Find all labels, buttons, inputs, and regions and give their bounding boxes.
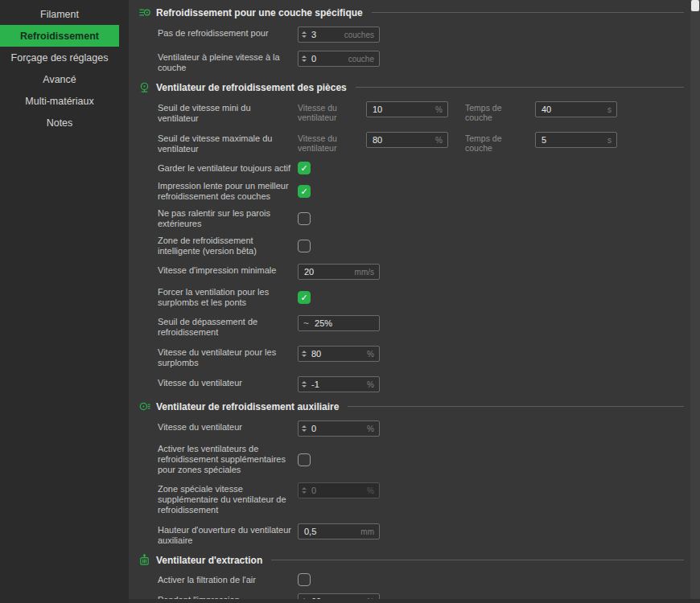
input-value: 0 bbox=[311, 54, 316, 64]
input-unit: s bbox=[607, 136, 611, 145]
input-value: 20 bbox=[304, 267, 314, 277]
setting-row: Activer la filtration de l'air bbox=[158, 573, 679, 586]
input-value: 0,5 bbox=[304, 527, 316, 536]
input-value: 3 bbox=[311, 30, 316, 39]
input-unit: mm bbox=[360, 527, 374, 536]
section-title: Refroidissement pour une couche spécifiq… bbox=[156, 7, 363, 18]
setting-row: Vitesse du ventilateur pour les surplomb… bbox=[158, 345, 679, 368]
input-value: 60 bbox=[311, 597, 321, 603]
fan-speed-input[interactable]: -1 % bbox=[298, 376, 380, 392]
input-value: 10 bbox=[373, 105, 382, 114]
min-print-speed-input[interactable]: 20 mm/s bbox=[298, 264, 380, 280]
input-unit: % bbox=[367, 597, 374, 603]
full-fan-speed-layer-input[interactable]: 0 couche bbox=[298, 51, 380, 67]
sidebar-item-filament[interactable]: Filament bbox=[0, 3, 119, 25]
setting-row: Pendant l'impression 60 % bbox=[158, 593, 679, 603]
section-title: Ventilateur de refroidissement auxiliair… bbox=[156, 401, 339, 412]
vertical-scrollbar[interactable] bbox=[690, 0, 700, 603]
section-header-exhaust-fan: Ventilateur d'extraction bbox=[138, 554, 684, 566]
min-fan-speed-input[interactable]: 10 % bbox=[366, 101, 448, 117]
input-unit: % bbox=[435, 105, 443, 114]
spinner-arrows-icon[interactable] bbox=[299, 377, 309, 392]
setting-row: Garder le ventilateur toujours actif bbox=[158, 162, 679, 174]
enable-extra-cooling-fans-checkbox[interactable] bbox=[298, 453, 311, 466]
sub-label: Temps de couche bbox=[465, 100, 529, 122]
max-fan-layer-time-input[interactable]: 5 s bbox=[535, 132, 617, 148]
sub-label: Temps de couche bbox=[465, 131, 529, 153]
section-title: Ventilateur de refroidissement des pièce… bbox=[156, 82, 347, 93]
enable-air-filtration-checkbox[interactable] bbox=[298, 573, 311, 586]
spinner-arrows-icon[interactable] bbox=[299, 51, 309, 66]
spinner-arrows-icon[interactable] bbox=[299, 594, 309, 603]
sidebar-item-multi-materiaux[interactable]: Multi-matériaux bbox=[0, 90, 119, 112]
spinner-arrows-icon[interactable] bbox=[299, 27, 309, 42]
setting-label: Seuil de dépassement de refroidissement bbox=[158, 314, 298, 338]
input-value: 25% bbox=[315, 318, 332, 328]
setting-row: Seuil de vitesse mini du ventilateur Vit… bbox=[158, 100, 679, 124]
spinner-arrows-icon[interactable] bbox=[299, 421, 309, 436]
aux-fan-start-height-input[interactable]: 0,5 mm bbox=[298, 523, 380, 539]
input-unit: % bbox=[367, 350, 374, 359]
setting-row: Impression lente pour un meilleur refroi… bbox=[158, 181, 679, 202]
setting-row: Seuil de vitesse maximale du ventilateur… bbox=[158, 131, 679, 154]
scrollbar-thumb[interactable] bbox=[691, 0, 699, 11]
setting-label: Vitesse du ventilateur bbox=[158, 420, 298, 433]
setting-label: Activer les ventilateurs de refroidissem… bbox=[158, 444, 298, 475]
dont-slow-outer-walls-checkbox[interactable] bbox=[298, 212, 311, 225]
part-fan-icon bbox=[138, 81, 150, 93]
input-unit: % bbox=[367, 486, 374, 495]
sidebar-item-refroidissement[interactable]: Refroidissement bbox=[0, 25, 119, 47]
smart-cooling-zone-checkbox[interactable] bbox=[298, 240, 311, 252]
spinner-arrows-icon bbox=[299, 483, 309, 498]
input-value: 80 bbox=[373, 135, 382, 145]
setting-label: Seuil de vitesse maximale du ventilateur bbox=[158, 131, 298, 154]
sidebar-item-forcage-des-reglages[interactable]: Forçage des réglages bbox=[0, 47, 119, 68]
force-fan-overhangs-bridges-checkbox[interactable] bbox=[298, 291, 311, 304]
setting-row: Seuil de dépassement de refroidissement … bbox=[158, 314, 679, 338]
slow-printing-for-cooling-checkbox[interactable] bbox=[298, 185, 311, 198]
input-unit: couches bbox=[344, 31, 374, 39]
setting-label: Activer la filtration de l'air bbox=[158, 575, 298, 585]
input-unit: % bbox=[367, 425, 374, 433]
spinner-arrows-icon[interactable] bbox=[299, 347, 309, 361]
setting-label: Pendant l'impression bbox=[158, 593, 298, 603]
keep-fan-always-on-checkbox[interactable] bbox=[298, 162, 311, 174]
input-value: 5 bbox=[541, 135, 546, 145]
section-divider bbox=[356, 87, 684, 88]
section-header-layer-specific-cooling: Refroidissement pour une couche spécifiq… bbox=[138, 6, 684, 18]
setting-label: Ne pas ralentir sur les parois extérieur… bbox=[158, 208, 298, 229]
slider-handle-icon: ~ bbox=[303, 318, 309, 328]
special-zone-extra-fan-speed-input: 0 % bbox=[298, 482, 380, 498]
setting-label: Zone spéciale vitesse supplémentaire du … bbox=[158, 482, 298, 515]
setting-row: Zone spéciale vitesse supplémentaire du … bbox=[158, 482, 679, 515]
setting-label: Ventilateur à pleine vitesse à la couche bbox=[158, 50, 298, 73]
input-unit: mm/s bbox=[355, 268, 374, 277]
setting-row: Ne pas ralentir sur les parois extérieur… bbox=[158, 208, 679, 229]
cooling-overhang-threshold-input[interactable]: ~ 25% bbox=[298, 315, 380, 331]
setting-row: Vitesse d'impression minimale 20 mm/s bbox=[158, 263, 679, 280]
setting-row: Vitesse du ventilateur -1 % bbox=[158, 375, 679, 392]
during-print-exhaust-speed-input[interactable]: 60 % bbox=[298, 593, 380, 603]
setting-label: Forcer la ventilation pour les surplombs… bbox=[158, 287, 298, 308]
setting-row: Activer les ventilateurs de refroidissem… bbox=[158, 444, 679, 475]
aux-fan-speed-input[interactable]: 0 % bbox=[298, 420, 380, 437]
input-unit: % bbox=[367, 380, 374, 389]
setting-label: Vitesse du ventilateur bbox=[158, 375, 298, 388]
sub-label: Vitesse du ventilateur bbox=[298, 131, 360, 153]
input-value: 40 bbox=[541, 105, 551, 114]
setting-label: Vitesse du ventilateur pour les surplomb… bbox=[158, 345, 298, 368]
setting-row: Hauteur d'ouverture du ventilateur auxil… bbox=[158, 523, 679, 546]
setting-row: Ventilateur à pleine vitesse à la couche… bbox=[158, 50, 679, 73]
min-fan-layer-time-input[interactable]: 40 s bbox=[535, 101, 617, 117]
sidebar-item-notes[interactable]: Notes bbox=[0, 112, 119, 133]
no-cooling-layers-input[interactable]: 3 couches bbox=[298, 27, 380, 43]
input-unit: couche bbox=[348, 55, 374, 64]
exhaust-fan-icon bbox=[138, 554, 150, 566]
layer-cooling-icon bbox=[138, 6, 150, 18]
section-divider bbox=[348, 406, 684, 407]
overhang-fan-speed-input[interactable]: 80 % bbox=[298, 346, 380, 362]
max-fan-speed-input[interactable]: 80 % bbox=[366, 132, 448, 148]
sidebar-item-avance[interactable]: Avancé bbox=[0, 68, 119, 90]
input-value: 80 bbox=[311, 349, 321, 359]
section-divider bbox=[372, 12, 684, 13]
